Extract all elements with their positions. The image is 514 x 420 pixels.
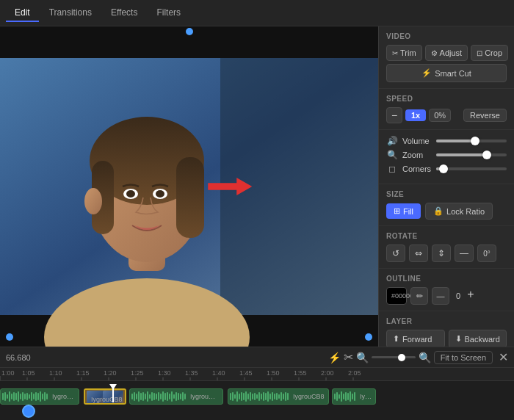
- color-picker-button[interactable]: #000000: [386, 287, 407, 305]
- speed-value: 1x: [405, 109, 426, 121]
- clip-1[interactable]: IygrouCB8: [0, 388, 79, 405]
- lock-ratio-button[interactable]: 🔒 Lock Ratio: [425, 203, 493, 220]
- smart-cut-icon: ⚡: [421, 68, 432, 78]
- rotate-section: ROTATE ↺ ⇔ ⇕ — 0°: [379, 226, 514, 269]
- video-preview: [0, 26, 378, 347]
- corners-slider[interactable]: [436, 167, 507, 170]
- cut-icon[interactable]: ✂: [344, 350, 353, 364]
- corners-label: Corners: [402, 164, 432, 173]
- volume-thumb[interactable]: [471, 137, 479, 145]
- speed-row: − 1x 0% Reverse: [386, 107, 507, 123]
- backward-button[interactable]: ⬇ Backward: [449, 330, 507, 347]
- trim-icon: ✂: [392, 49, 398, 57]
- waveform-5: [333, 389, 357, 404]
- size-section-label: SIZE: [386, 190, 507, 198]
- svg-text:1:40: 1:40: [212, 369, 225, 377]
- edit-outline-button[interactable]: ✏: [410, 287, 428, 305]
- clip-3[interactable]: IygrouCB8: [129, 388, 223, 405]
- svg-text:2:00: 2:00: [321, 369, 334, 377]
- zoom-thumb[interactable]: [482, 151, 491, 159]
- handle-bottom-right[interactable]: [365, 333, 372, 341]
- rotate-row: ↺ ⇔ ⇕ — 0°: [386, 245, 507, 262]
- backward-icon: ⬇: [455, 334, 462, 344]
- audio-track: IygrouCB8 IygrouCB8: [0, 386, 514, 402]
- handle-bottom-left[interactable]: [6, 333, 13, 341]
- svg-text:1:05: 1:05: [22, 369, 35, 377]
- rotate-angle-button[interactable]: 0°: [477, 245, 496, 262]
- split-icon[interactable]: ⚡: [328, 352, 341, 363]
- outline-section: OUTLINE #000000 ✏ — 0 +: [379, 269, 514, 311]
- tab-transitions[interactable]: Transitions: [40, 4, 101, 22]
- crop-button[interactable]: ⊡ Crop: [471, 45, 508, 61]
- svg-text:1:15: 1:15: [76, 369, 90, 377]
- volume-label: Volume: [402, 137, 432, 145]
- flip-v-button[interactable]: ⇕: [432, 245, 451, 262]
- smart-cut-button[interactable]: ⚡ Smart Cut: [386, 64, 507, 82]
- tab-edit[interactable]: Edit: [6, 4, 39, 22]
- svg-text:2:05: 2:05: [348, 369, 361, 377]
- svg-text:1:55: 1:55: [294, 369, 307, 377]
- svg-text:1:35: 1:35: [185, 369, 198, 377]
- nav-tabs: Edit Transitions Effects Filters: [6, 4, 189, 22]
- speed-percent: 0%: [429, 109, 451, 122]
- svg-text:1:30: 1:30: [158, 369, 171, 377]
- timeline-time: 66.680: [6, 353, 31, 362]
- svg-text:1:20: 1:20: [104, 369, 117, 377]
- ruler-svg: 1:00 1:05 1:10 1:15 1:20 1:25 1:30: [0, 368, 382, 380]
- flip-h-button[interactable]: ⇔: [409, 245, 428, 262]
- tab-effects[interactable]: Effects: [102, 4, 146, 22]
- close-timeline-button[interactable]: ✕: [499, 350, 508, 364]
- handle-top[interactable]: [186, 28, 193, 35]
- fill-icon: ⊞: [394, 206, 400, 216]
- outline-row: #000000 ✏ — 0 +: [386, 287, 507, 305]
- speed-section-label: SPEED: [386, 95, 507, 103]
- add-outline-button[interactable]: +: [467, 288, 483, 304]
- layer-section: LAYER ⬆ Forward ⬇ Backward ⬆ Front: [379, 311, 514, 347]
- video-frame: [0, 26, 378, 347]
- zoom-out-icon[interactable]: 🔍: [356, 352, 369, 363]
- timeline-controls: 66.680 ⚡ ✂ 🔍 🔍 Fit to Screen ✕: [0, 347, 514, 368]
- clip-5-label: IygrouCB8: [357, 393, 375, 400]
- svg-text:1:45: 1:45: [239, 369, 253, 377]
- video-section: VIDEO ✂ Trim ⚙ Adjust ⊡ Crop: [379, 26, 514, 89]
- playhead[interactable]: [112, 386, 114, 402]
- timeline-area: 66.680 ⚡ ✂ 🔍 🔍 Fit to Screen ✕: [0, 347, 514, 420]
- zoom-thumb-timeline[interactable]: [398, 354, 405, 361]
- speed-section: SPEED − 1x 0% Reverse: [379, 89, 514, 130]
- svg-point-12: [84, 188, 102, 214]
- clip-4[interactable]: IygrouCB8: [228, 388, 329, 405]
- svg-point-9: [126, 190, 135, 198]
- clip-5[interactable]: IygrouCB8: [332, 388, 376, 405]
- clip-2-selected[interactable]: IygrouCB8: [84, 388, 126, 405]
- clip-2-label: IygrouCB8: [88, 396, 126, 403]
- clip-1-label: IygrouCB8: [49, 393, 79, 400]
- size-section: SIZE ⊞ Fill 🔒 Lock Ratio: [379, 184, 514, 226]
- speed-decrease-button[interactable]: −: [386, 107, 402, 123]
- video-tools-row: ✂ Trim ⚙ Adjust ⊡ Crop: [386, 45, 507, 61]
- zoom-slider-timeline[interactable]: [372, 356, 416, 358]
- rotate-ccw-button[interactable]: ↺: [386, 245, 405, 262]
- forward-button[interactable]: ⬆ Forward: [386, 330, 445, 347]
- trim-button[interactable]: ✂ Trim: [386, 45, 422, 61]
- top-bar: Edit Transitions Effects Filters: [0, 0, 514, 26]
- rotate-section-label: ROTATE: [386, 232, 507, 240]
- svg-text:1:25: 1:25: [131, 369, 144, 377]
- timeline-ruler: 1:00 1:05 1:10 1:15 1:20 1:25 1:30: [0, 368, 514, 381]
- tab-filters[interactable]: Filters: [148, 4, 189, 22]
- content-area: VIDEO ✂ Trim ⚙ Adjust ⊡ Crop: [0, 26, 514, 347]
- fill-button[interactable]: ⊞ Fill: [386, 203, 421, 219]
- reverse-button[interactable]: Reverse: [463, 109, 507, 122]
- svg-text:1:10: 1:10: [49, 369, 62, 377]
- svg-text:1:00: 1:00: [1, 369, 15, 377]
- fit-screen-button[interactable]: Fit to Screen: [434, 351, 493, 364]
- playhead-marker: [22, 405, 35, 418]
- volume-slider[interactable]: [436, 140, 507, 142]
- zoom-slider[interactable]: [436, 153, 507, 156]
- corners-thumb[interactable]: [439, 164, 448, 173]
- volume-icon: 🔊: [386, 136, 398, 146]
- main-layout: Edit Transitions Effects Filters: [0, 0, 514, 420]
- outline-dash-button[interactable]: —: [432, 287, 449, 305]
- zoom-in-icon[interactable]: 🔍: [419, 352, 431, 363]
- adjust-button[interactable]: ⚙ Adjust: [425, 45, 468, 61]
- straighten-button[interactable]: —: [455, 245, 474, 262]
